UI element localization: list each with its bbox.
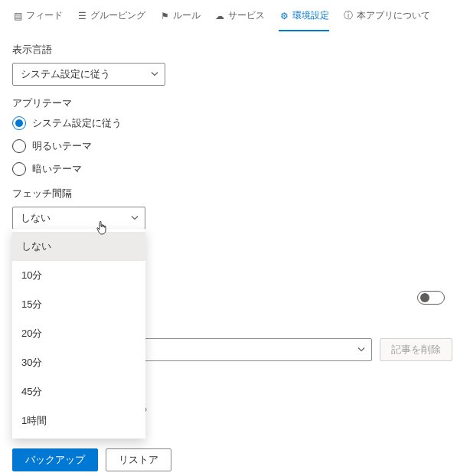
tab-label: サービス bbox=[228, 9, 265, 22]
button-label: バックアップ bbox=[25, 453, 85, 467]
list-icon: ☰ bbox=[77, 11, 87, 21]
backup-button[interactable]: バックアップ bbox=[12, 448, 98, 471]
restore-button[interactable]: リストア bbox=[106, 448, 171, 471]
radio-label: 暗いテーマ bbox=[32, 162, 82, 176]
dropdown-option[interactable]: 45分 bbox=[12, 377, 145, 406]
section-theme: アプリテーマ システム設定に従う 明るいテーマ 暗いテーマ bbox=[0, 86, 457, 176]
dropdown-option[interactable]: 10分 bbox=[12, 261, 145, 290]
section-language: 表示言語 システム設定に従う bbox=[0, 32, 457, 86]
tab-label: フィード bbox=[26, 9, 63, 22]
tab-rule[interactable]: ⚑ ルール bbox=[159, 9, 201, 31]
tab-bar: ▤ フィード ☰ グルーピング ⚑ ルール ☁ サービス ⚙ 環境設定 ⓘ 本ア… bbox=[0, 0, 457, 32]
dropdown-option[interactable]: 15分 bbox=[12, 290, 145, 319]
tab-about[interactable]: ⓘ 本アプリについて bbox=[343, 9, 430, 31]
fetch-interval-dropdown: しない 10分 15分 20分 30分 45分 1時間 bbox=[12, 229, 145, 439]
delete-articles-button[interactable]: 記事を削除 bbox=[380, 338, 452, 361]
chevron-down-icon bbox=[151, 69, 158, 80]
section-fetch-interval: フェッチ間隔 しない bbox=[0, 176, 457, 230]
dropdown-option[interactable]: 30分 bbox=[12, 348, 145, 377]
button-label: 記事を削除 bbox=[391, 343, 441, 357]
radio-icon bbox=[12, 162, 26, 176]
radio-icon bbox=[12, 139, 26, 153]
theme-radio-group: システム設定に従う 明るいテーマ 暗いテーマ bbox=[12, 116, 445, 176]
tab-label: グルーピング bbox=[90, 9, 145, 22]
select-value: しない bbox=[21, 211, 51, 225]
dropdown-option[interactable]: 1時間 bbox=[12, 406, 145, 435]
grid-icon: ▤ bbox=[12, 11, 23, 21]
toggle-knob-icon bbox=[420, 293, 429, 302]
dropdown-option[interactable]: しない bbox=[12, 232, 145, 261]
language-select[interactable]: システム設定に従う bbox=[12, 63, 165, 86]
tab-label: ルール bbox=[173, 9, 201, 22]
tab-label: 本アプリについて bbox=[357, 9, 430, 22]
section-title: フェッチ間隔 bbox=[12, 187, 445, 201]
tab-grouping[interactable]: ☰ グルーピング bbox=[77, 9, 145, 31]
theme-option-dark[interactable]: 暗いテーマ bbox=[12, 162, 445, 176]
radio-icon bbox=[12, 116, 26, 130]
cloud-icon: ☁ bbox=[214, 11, 225, 21]
tab-feed[interactable]: ▤ フィード bbox=[12, 9, 63, 31]
chevron-down-icon bbox=[131, 213, 139, 224]
tab-service[interactable]: ☁ サービス bbox=[214, 9, 265, 31]
section-title: 表示言語 bbox=[12, 43, 445, 57]
button-label: リストア bbox=[119, 453, 158, 467]
chevron-down-icon bbox=[357, 344, 365, 356]
select-value: システム設定に従う bbox=[21, 67, 110, 81]
radio-label: 明るいテーマ bbox=[32, 139, 92, 153]
tab-label: 環境設定 bbox=[292, 9, 329, 22]
tab-settings[interactable]: ⚙ 環境設定 bbox=[279, 9, 329, 31]
info-icon: ⓘ bbox=[343, 9, 354, 22]
flag-icon: ⚑ bbox=[159, 11, 170, 21]
theme-option-system[interactable]: システム設定に従う bbox=[12, 116, 445, 130]
toggle-switch[interactable] bbox=[417, 291, 445, 305]
theme-option-light[interactable]: 明るいテーマ bbox=[12, 139, 445, 153]
gear-icon: ⚙ bbox=[279, 11, 289, 21]
section-title: アプリテーマ bbox=[12, 96, 445, 110]
radio-label: システム設定に従う bbox=[32, 116, 122, 130]
dropdown-option[interactable]: 20分 bbox=[12, 319, 145, 348]
fetch-interval-select[interactable]: しない bbox=[12, 207, 145, 230]
